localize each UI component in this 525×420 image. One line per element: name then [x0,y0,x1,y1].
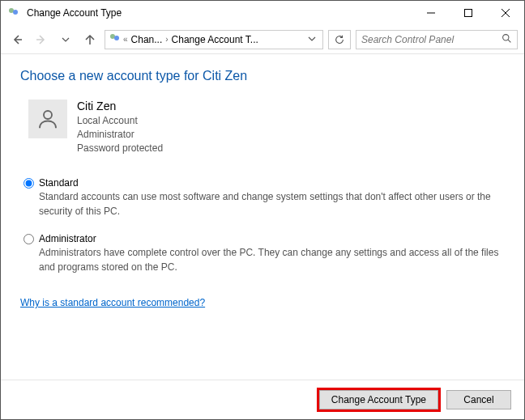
minimize-button[interactable] [412,1,450,25]
content-area: Choose a new account type for Citi Zen C… [1,54,524,380]
breadcrumb-item[interactable]: Change Account T... [170,34,260,45]
up-button[interactable] [80,30,100,49]
search-input[interactable] [361,34,502,45]
back-button[interactable] [7,30,27,49]
account-role-line: Administrator [77,128,163,142]
account-meta: Citi Zen Local Account Administrator Pas… [77,100,163,155]
titlebar: Change Account Type [1,1,524,25]
account-type-options: Standard Standard accounts can use most … [23,177,505,274]
radio-standard-label[interactable]: Standard [39,177,79,189]
svg-rect-3 [465,10,472,17]
refresh-button[interactable] [328,30,351,49]
account-type-line: Local Account [77,114,163,128]
help-link[interactable]: Why is a standard account recommended? [20,297,205,308]
breadcrumb-item[interactable]: Chan... [130,34,164,45]
svg-line-12 [508,40,510,42]
close-button[interactable] [487,1,524,25]
svg-point-1 [13,10,18,15]
change-account-type-button[interactable]: Change Account Type [319,390,438,409]
svg-point-10 [114,36,119,40]
forward-button[interactable] [32,30,51,49]
toolbar: « Chan... › Change Account T... [1,25,524,54]
radio-administrator-label[interactable]: Administrator [39,233,96,244]
svg-point-13 [44,111,52,119]
breadcrumb-icon [109,32,122,47]
radio-standard[interactable] [23,178,34,189]
breadcrumb-dropdown[interactable] [305,34,319,45]
footer: Change Account Type Cancel [1,380,524,419]
avatar [28,100,67,138]
breadcrumb-sep: « [123,35,128,44]
option-standard: Standard Standard accounts can use most … [23,177,505,218]
account-summary: Citi Zen Local Account Administrator Pas… [28,100,505,155]
page-title: Choose a new account type for Citi Zen [20,69,505,83]
account-name: Citi Zen [77,100,163,112]
app-icon [7,6,20,21]
account-password-line: Password protected [77,142,163,155]
window-title: Change Account Type [27,7,412,19]
window-controls [412,1,524,25]
search-box[interactable] [356,30,518,49]
radio-administrator[interactable] [23,234,34,244]
svg-point-11 [503,34,509,40]
breadcrumb[interactable]: « Chan... › Change Account T... [105,30,323,49]
option-administrator: Administrator Administrators have comple… [23,233,505,274]
cancel-button[interactable]: Cancel [446,390,511,409]
radio-administrator-desc: Administrators have complete control ove… [39,246,505,274]
maximize-button[interactable] [450,1,487,25]
recent-dropdown[interactable] [56,30,75,49]
chevron-right-icon: › [165,35,168,44]
radio-standard-desc: Standard accounts can use most software … [39,190,505,218]
search-icon [502,33,512,46]
